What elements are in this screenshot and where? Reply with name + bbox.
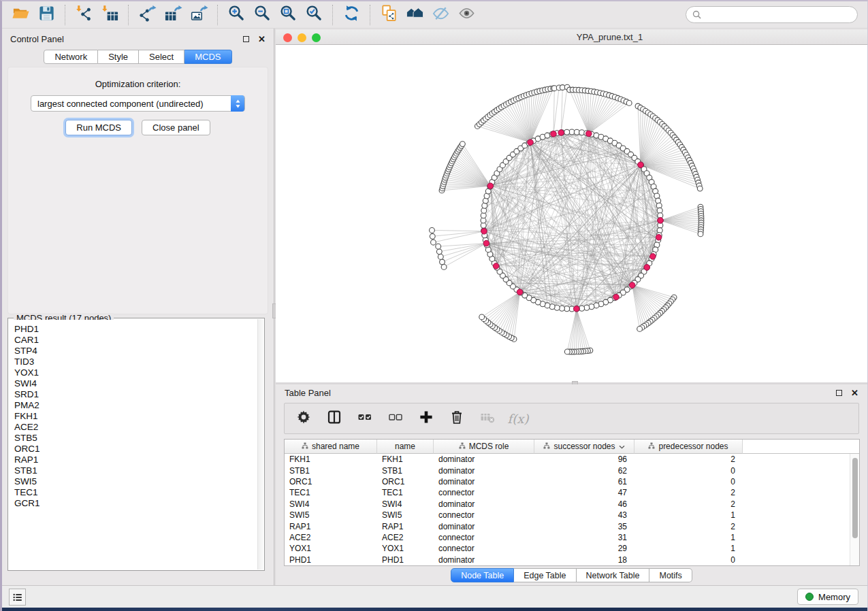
column-header-MCDS-role[interactable]: MCDS role bbox=[434, 440, 534, 454]
task-history-button[interactable] bbox=[9, 589, 26, 606]
graph-leaf-node[interactable] bbox=[564, 349, 570, 354]
cell-mcds_role[interactable]: connector bbox=[434, 510, 534, 520]
graph-mcds-node[interactable] bbox=[613, 294, 620, 300]
graph-leaf-node[interactable] bbox=[431, 240, 436, 245]
tab-network-table[interactable]: Network Table bbox=[577, 568, 650, 582]
function-builder-button[interactable]: f(x) bbox=[510, 410, 526, 427]
cell-predecessor_nodes[interactable]: 2 bbox=[634, 455, 743, 464]
deselect-all-checks-button[interactable] bbox=[387, 410, 404, 427]
mcds-result-node[interactable]: ACE2 bbox=[14, 422, 257, 433]
cell-predecessor_nodes[interactable]: 1 bbox=[634, 510, 743, 520]
cell-mcds_role[interactable]: dominator bbox=[434, 466, 534, 476]
cell-shared_name[interactable]: SWI4 bbox=[285, 499, 377, 509]
cell-successor_nodes[interactable]: 61 bbox=[534, 477, 634, 486]
hide-selected-button[interactable] bbox=[428, 3, 453, 27]
table-row[interactable]: YOX1YOX1connector291 bbox=[285, 543, 850, 554]
tab-network[interactable]: Network bbox=[44, 50, 98, 64]
column-header-successor-nodes[interactable]: successor nodes bbox=[534, 440, 634, 454]
graph-leaf-node[interactable] bbox=[479, 314, 485, 320]
float-table-panel-icon[interactable] bbox=[836, 390, 842, 396]
window-minimize-button[interactable] bbox=[298, 33, 306, 42]
cell-name[interactable]: SWI4 bbox=[377, 499, 434, 509]
cell-mcds_role[interactable]: connector bbox=[434, 544, 534, 553]
cell-predecessor_nodes[interactable]: 2 bbox=[634, 499, 743, 509]
cell-mcds_role[interactable]: dominator bbox=[434, 455, 534, 464]
zoom-in-button[interactable] bbox=[223, 3, 249, 27]
graph-leaf-node[interactable] bbox=[436, 244, 441, 249]
cell-successor_nodes[interactable]: 47 bbox=[534, 488, 634, 497]
criterion-select[interactable]: largest connected component (undirected) bbox=[31, 95, 245, 112]
graph-mcds-node[interactable] bbox=[551, 131, 557, 137]
graph-leaf-node[interactable] bbox=[697, 186, 703, 191]
duplicate-network-button[interactable] bbox=[376, 3, 402, 27]
mcds-result-node[interactable]: GCR1 bbox=[14, 498, 257, 509]
graph-leaf-node[interactable] bbox=[441, 265, 447, 270]
window-zoom-button[interactable] bbox=[312, 33, 321, 42]
tab-motifs[interactable]: Motifs bbox=[649, 568, 692, 582]
search-input[interactable] bbox=[705, 10, 851, 20]
column-header-shared-name[interactable]: shared name bbox=[285, 440, 377, 454]
zoom-fit-button[interactable] bbox=[275, 3, 301, 27]
mcds-result-node[interactable]: STB5 bbox=[14, 433, 257, 444]
cell-successor_nodes[interactable]: 29 bbox=[534, 544, 634, 553]
cell-name[interactable]: ACE2 bbox=[377, 533, 434, 542]
mcds-result-node[interactable]: CAR1 bbox=[14, 335, 257, 346]
cell-name[interactable]: RAP1 bbox=[377, 522, 434, 531]
import-table-button[interactable] bbox=[97, 3, 123, 27]
graph-node[interactable] bbox=[564, 129, 570, 135]
tab-edge-table[interactable]: Edge Table bbox=[514, 568, 576, 582]
cell-successor_nodes[interactable]: 62 bbox=[534, 466, 634, 476]
first-neighbors-button[interactable] bbox=[402, 3, 428, 27]
close-panel-button[interactable]: Close panel bbox=[142, 120, 210, 135]
table-row[interactable]: FKH1FKH1dominator962 bbox=[285, 454, 850, 465]
graph-leaf-node[interactable] bbox=[430, 233, 435, 239]
cell-shared_name[interactable]: SWI5 bbox=[285, 510, 377, 520]
export-network-button[interactable] bbox=[134, 3, 160, 27]
cell-mcds_role[interactable]: connector bbox=[434, 488, 534, 497]
cell-shared_name[interactable]: TEC1 bbox=[285, 488, 377, 497]
close-table-panel-icon[interactable]: ✕ bbox=[851, 389, 858, 397]
table-scrollbar[interactable] bbox=[850, 454, 859, 565]
zoom-selected-button[interactable] bbox=[301, 3, 327, 27]
cell-name[interactable]: SWI5 bbox=[377, 510, 434, 520]
network-graph[interactable] bbox=[276, 45, 867, 382]
cell-name[interactable]: STB1 bbox=[377, 466, 434, 476]
graph-mcds-node[interactable] bbox=[629, 282, 635, 288]
graph-mcds-node[interactable] bbox=[638, 162, 644, 168]
cell-successor_nodes[interactable]: 43 bbox=[534, 510, 634, 520]
graph-leaf-node[interactable] bbox=[430, 228, 435, 233]
cell-mcds_role[interactable]: dominator bbox=[434, 499, 534, 509]
graph-mcds-node[interactable] bbox=[528, 139, 534, 146]
network-canvas[interactable] bbox=[276, 45, 867, 382]
graph-mcds-node[interactable] bbox=[558, 130, 564, 136]
export-image-button[interactable] bbox=[186, 3, 212, 27]
cell-mcds_role[interactable]: dominator bbox=[434, 522, 534, 531]
table-row[interactable]: RAP1RAP1dominator352 bbox=[285, 521, 850, 531]
mcds-result-node[interactable]: FKH1 bbox=[14, 411, 257, 422]
mcds-result-node[interactable]: YOX1 bbox=[14, 367, 257, 378]
toggle-columns-button[interactable] bbox=[326, 410, 342, 427]
graph-leaf-node[interactable] bbox=[440, 259, 445, 265]
delete-table-button[interactable] bbox=[479, 410, 496, 427]
tab-style[interactable]: Style bbox=[98, 50, 139, 64]
float-panel-icon[interactable] bbox=[243, 36, 249, 42]
graph-mcds-node[interactable] bbox=[644, 265, 650, 271]
table-row[interactable]: SWI5SWI5connector431 bbox=[285, 510, 850, 521]
cell-successor_nodes[interactable]: 46 bbox=[534, 499, 634, 509]
close-panel-icon[interactable]: ✕ bbox=[258, 35, 266, 44]
graph-mcds-node[interactable] bbox=[481, 229, 487, 235]
cell-name[interactable]: PHD1 bbox=[377, 555, 434, 565]
mcds-result-node[interactable]: STB1 bbox=[14, 465, 257, 476]
graph-mcds-node[interactable] bbox=[517, 289, 523, 295]
memory-button[interactable]: Memory bbox=[797, 589, 858, 605]
column-header-name[interactable]: name bbox=[377, 440, 434, 454]
cell-shared_name[interactable]: ORC1 bbox=[285, 477, 377, 486]
window-close-button[interactable] bbox=[283, 33, 292, 42]
cell-shared_name[interactable]: RAP1 bbox=[285, 522, 377, 531]
sort-chevron-icon[interactable] bbox=[619, 442, 625, 451]
graph-leaf-node[interactable] bbox=[637, 327, 643, 332]
mcds-result-node[interactable]: PMA2 bbox=[14, 400, 257, 411]
graph-mcds-node[interactable] bbox=[656, 235, 662, 241]
run-mcds-button[interactable]: Run MCDS bbox=[65, 120, 132, 135]
cell-name[interactable]: TEC1 bbox=[377, 488, 434, 497]
